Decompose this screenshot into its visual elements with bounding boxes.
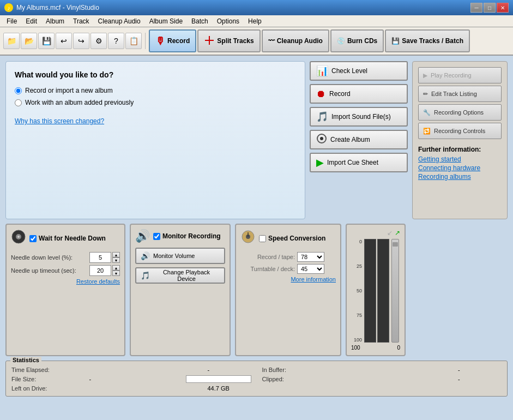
record-tape-row: Record / tape: 78 45 33 [240,252,336,262]
recording-options-button[interactable]: 🔧 Recording Options [418,104,502,121]
recording-options-icon: 🔧 [423,109,431,116]
vu-scale-75: 75 [351,313,362,318]
more-info-link[interactable]: More information [240,276,336,283]
needle-level-up[interactable]: ▲ [112,252,120,257]
file-size-bar [186,375,251,383]
menu-album[interactable]: Album [41,16,69,26]
edit-track-icon: ✏ [423,91,428,98]
monitor-volume-icon: 🔊 [141,251,150,260]
menu-edit[interactable]: Edit [21,16,41,26]
needle-checkbox[interactable] [29,235,37,242]
import-sound-icon: 🎵 [316,111,328,123]
needle-timeout-down[interactable]: ▼ [112,271,120,276]
menu-help[interactable]: Help [244,16,266,26]
check-level-label: Check Level [331,67,367,75]
needle-level-input[interactable] [89,252,111,263]
edit-track-listing-button[interactable]: ✏ Edit Track Listing [418,86,502,102]
import-cue-label: Import Cue Sheet [327,159,378,166]
play-recording-button[interactable]: ▶ Play Recording [418,67,502,83]
monitor-checkbox[interactable] [153,233,160,240]
record-label: Record [329,90,351,98]
needle-level-spinbtns: ▲ ▼ [112,252,120,263]
record-button[interactable]: ⏺ Record [310,84,408,104]
play-recording-icon: ▶ [423,72,427,79]
needle-check-label[interactable]: Wait for Needle Down [29,235,106,242]
radio-prev-album[interactable]: Work with an album added previously [15,99,296,106]
link-connecting-hardware[interactable]: Connecting hardware [418,164,502,172]
monitor-volume-button[interactable]: 🔊 Monitor Volume [135,248,225,264]
tab-record[interactable]: 🎙 Record [149,29,196,52]
restore-defaults-link[interactable]: Restore defaults [11,278,120,285]
needle-timeout-up[interactable]: ▲ [112,265,120,271]
in-buffer-value: - [458,367,502,373]
monitor-check-label[interactable]: Monitor Recording [153,232,221,240]
recording-controls-button[interactable]: 🔁 Recording Controls [418,123,502,139]
link-getting-started[interactable]: Getting started [418,155,502,163]
menu-album-side[interactable]: Album Side [145,16,187,26]
toolbar-new-btn[interactable]: 📁 [3,33,20,49]
import-sound-button[interactable]: 🎵 Import Sound File(s) [310,107,408,127]
link-recording-albums[interactable]: Recording albums [418,173,502,181]
menu-options[interactable]: Options [213,16,244,26]
speed-check-label[interactable]: Speed Conversion [259,235,325,242]
window-title: My Albums.mcf - VinylStudio [16,4,99,11]
toolbar-open-btn[interactable]: 📂 [21,33,37,49]
menu-batch[interactable]: Batch [187,16,213,26]
what-panel: What would you like to do? Record or imp… [5,61,305,219]
needle-timeout-spinner: ▲ ▼ [89,265,120,276]
import-cue-button[interactable]: ▶ Import Cue Sheet [310,153,408,172]
in-buffer-row: In Buffer: - [262,367,502,373]
vu-bottom-right: 0 [397,345,400,351]
burn-icon: 💿 [337,37,345,45]
radio-new-album[interactable]: Record or import a new album [15,87,296,94]
close-button[interactable]: ✕ [497,3,509,13]
main-area: What would you like to do? Record or imp… [0,56,513,420]
toolbar-save-btn[interactable]: 💾 [38,33,55,49]
toolbar-undo-btn[interactable]: ↩ [56,33,72,49]
create-album-button[interactable]: Create Album [310,130,408,149]
time-elapsed-row: Time Elapsed: - [11,367,251,373]
turntable-select[interactable]: 45 33 78 [297,264,324,274]
needle-timeout-input[interactable] [89,265,111,276]
needle-level-down[interactable]: ▼ [112,257,120,263]
recording-options-label: Recording Options [434,109,484,116]
menu-cleanup-audio[interactable]: Cleanup Audio [94,16,145,26]
menu-file[interactable]: File [2,16,21,26]
toolbar: 📁 📂 💾 ↩ ↪ ⚙ ? 📋 🎙 Record Split Tracks 〰 … [0,27,513,56]
toolbar-help-btn[interactable]: ? [108,33,124,49]
bottom-section: Wait for Needle Down Needle down level (… [5,224,508,397]
further-info-title: Further information: [418,146,502,153]
minimize-button[interactable]: ─ [470,3,482,13]
clipped-label: Clipped: [262,376,284,382]
speed-checkbox[interactable] [259,235,266,242]
tab-burn-label: Burn CDs [347,37,377,45]
record-tape-select[interactable]: 78 45 33 [297,252,324,262]
menu-track[interactable]: Track [69,16,94,26]
what-title: What would you like to do? [15,70,296,79]
needle-panel: Wait for Needle Down Needle down level (… [5,224,125,356]
import-sound-label: Import Sound File(s) [331,113,391,121]
toolbar-folder-btn[interactable]: 📋 [125,33,142,49]
vu-scale-25: 25 [351,263,362,269]
edit-track-label: Edit Track Listing [431,91,477,97]
needle-icon [11,229,26,248]
maximize-button[interactable]: □ [484,3,496,13]
title-bar: ♪ My Albums.mcf - VinylStudio ─ □ ✕ [0,0,513,15]
tab-cleanup-audio[interactable]: 〰 Cleanup Audio [262,29,329,52]
toolbar-redo-btn[interactable]: ↪ [73,33,89,49]
left-on-drive-label: Left on Drive: [11,385,47,392]
tab-record-label: Record [167,37,190,45]
further-info: Further information: Getting started Con… [418,146,502,182]
vu-scale-0: 0 [351,239,362,244]
toolbar-separator [145,33,146,49]
tab-save-tracks[interactable]: 💾 Save Tracks / Batch [385,29,470,52]
right-panel: ▶ Play Recording ✏ Edit Track Listing 🔧 … [412,61,508,219]
change-playback-button[interactable]: 🎵 Change Playback Device [135,267,225,284]
tab-split-tracks[interactable]: Split Tracks [197,29,260,52]
tab-burn-cds[interactable]: 💿 Burn CDs [330,29,384,52]
check-level-button[interactable]: 📊 Check Level [310,61,408,81]
file-size-value: - [89,376,132,382]
app-icon: ♪ [4,3,13,12]
why-changed-link[interactable]: Why has this screen changed? [15,117,296,125]
toolbar-settings-btn[interactable]: ⚙ [90,33,107,49]
